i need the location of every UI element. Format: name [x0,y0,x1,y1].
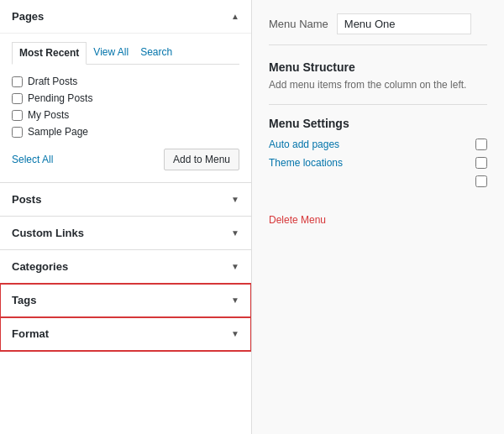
pages-title: Pages [12,10,44,23]
draft-posts-label: Draft Posts [28,76,77,87]
theme-locations-label: Theme locations [269,157,343,169]
auto-add-pages-label: Auto add pages [269,139,339,150]
custom-links-arrow-icon [231,228,239,238]
menu-name-row: Menu Name [269,13,487,45]
posts-section: Posts [0,183,251,217]
auto-add-pages-checkbox[interactable] [475,139,487,150]
menu-settings-section: Menu Settings Auto add pages Theme locat… [269,104,487,187]
pages-header[interactable]: Pages [0,0,251,33]
tags-section: Tags [0,284,251,317]
add-to-menu-button[interactable]: Add to Menu [164,149,239,170]
list-item: Draft Posts [12,73,239,90]
tags-header[interactable]: Tags [0,284,251,316]
list-item: Sample Page [12,123,239,140]
menu-structure-desc: Add menu items from the column on the le… [269,79,487,91]
list-item: My Posts [12,107,239,123]
auto-add-pages-row: Auto add pages [269,139,487,150]
pages-footer: Select All Add to Menu [12,149,239,170]
categories-header[interactable]: Categories [0,250,251,283]
format-section: Format [0,317,251,351]
format-header[interactable]: Format [0,317,251,350]
tags-title: Tags [12,294,36,306]
right-panel: Menu Name Menu Structure Add menu items … [252,0,504,434]
menu-structure-title: Menu Structure [269,60,487,74]
menu-name-input[interactable] [337,13,471,34]
categories-arrow-icon [231,262,239,271]
extra-checkbox[interactable] [475,175,487,187]
pages-section: Pages Most Recent View All Search Draft … [0,0,251,183]
list-item: Pending Posts [12,90,239,107]
posts-title: Posts [12,193,41,206]
menu-name-label: Menu Name [269,18,328,30]
tab-most-recent[interactable]: Most Recent [12,42,87,65]
posts-arrow-icon [231,195,239,204]
posts-header[interactable]: Posts [0,183,251,216]
format-arrow-icon [231,329,239,338]
custom-links-header[interactable]: Custom Links [0,217,251,249]
tab-view-all[interactable]: View All [88,42,134,64]
select-all-link[interactable]: Select All [12,154,53,165]
tags-arrow-icon [231,295,239,305]
categories-title: Categories [12,260,68,273]
extra-checkbox-row [269,175,487,187]
my-posts-label: My Posts [28,109,69,121]
pending-posts-label: Pending Posts [28,92,92,104]
my-posts-checkbox[interactable] [12,110,23,121]
categories-section: Categories [0,250,251,284]
draft-posts-checkbox[interactable] [12,76,23,87]
pages-checkbox-list: Draft Posts Pending Posts My Posts Sampl… [12,73,239,140]
pages-body: Most Recent View All Search Draft Posts … [0,33,251,182]
sample-page-label: Sample Page [28,126,88,138]
format-title: Format [12,327,49,340]
pending-posts-checkbox[interactable] [12,93,23,104]
tab-search[interactable]: Search [135,42,177,64]
pages-tabs: Most Recent View All Search [12,42,239,65]
theme-locations-row: Theme locations [269,157,487,169]
delete-menu-link[interactable]: Delete Menu [269,214,326,226]
theme-locations-checkbox[interactable] [475,157,487,169]
custom-links-title: Custom Links [12,227,84,239]
pages-arrow-icon [231,12,239,21]
sample-page-checkbox[interactable] [12,127,23,138]
menu-settings-title: Menu Settings [269,117,487,130]
left-panel: Pages Most Recent View All Search Draft … [0,0,252,434]
custom-links-section: Custom Links [0,217,251,250]
